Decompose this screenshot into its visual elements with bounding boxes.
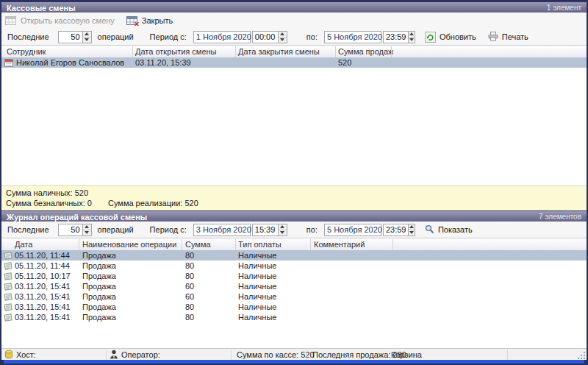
open-shift-label: Открыть кассовую смену <box>21 16 115 25</box>
column-header-date[interactable]: Дата <box>15 240 32 249</box>
journal-date: 05.11.20, 10:17 <box>15 271 71 281</box>
shift-open-date: 03.11.20, 15:39 <box>135 57 191 68</box>
journal-sum: 80 <box>185 302 194 312</box>
receipt-icon <box>4 251 12 260</box>
open-shift-button[interactable]: Открыть кассовую смену <box>5 16 115 26</box>
journal-payment: Наличные <box>238 302 276 312</box>
shifts-date-to-select[interactable]: 5 Ноября 2020 <box>324 31 381 43</box>
open-shift-icon <box>5 16 17 26</box>
shifts-date-from-select[interactable]: 1 Ноября 2020 <box>193 31 251 43</box>
spin-up-button[interactable] <box>279 32 287 37</box>
receipt-icon <box>4 282 12 291</box>
journal-payment: Наличные <box>238 312 276 322</box>
journal-count-spinner[interactable]: 50 <box>58 224 92 236</box>
column-header-sum[interactable]: Сумма <box>185 240 211 249</box>
journal-row[interactable]: 05.11.20, 10:17 Продажа 80 Наличные <box>1 271 587 281</box>
spin-up-button[interactable] <box>409 224 414 230</box>
spin-up-button[interactable] <box>83 224 91 230</box>
status-bar: Хост: Оператор: Сумма по кассе: 520 Посл… <box>1 348 587 361</box>
refresh-icon <box>425 32 436 43</box>
journal-row[interactable]: 03.11.20, 15:41 Продажа 80 Наличные <box>1 302 587 312</box>
journal-table-body: 05.11.20, 11:44 Продажа 80 Наличные 05.1… <box>1 250 587 322</box>
period-from-label: Период с: <box>150 32 187 41</box>
spin-down-button[interactable] <box>279 37 287 43</box>
journal-row[interactable]: 03.11.20, 15:41 Продажа 60 Наличные <box>1 291 587 302</box>
journal-date-to-select[interactable]: 5 Ноября 2020 <box>324 224 381 236</box>
refresh-button[interactable]: Обновить <box>425 32 476 43</box>
journal-time-to-value: 23:59 <box>384 224 409 235</box>
journal-date: 03.11.20, 15:41 <box>15 312 71 322</box>
shifts-summary-panel: Сумма наличных: 520 Сумма безналичных: 0… <box>1 185 587 211</box>
period-from-label: Период с: <box>150 225 187 234</box>
journal-date: 03.11.20, 15:41 <box>15 291 71 302</box>
spin-down-button[interactable] <box>409 37 414 43</box>
journal-time-from-value: 15:39 <box>253 224 278 235</box>
journal-row[interactable]: 05.11.20, 11:44 Продажа 80 Наличные <box>1 250 587 261</box>
resize-grip[interactable] <box>578 352 585 359</box>
search-icon <box>425 224 434 235</box>
spin-down-button[interactable] <box>83 37 91 43</box>
shifts-time-to-value: 23:59 <box>384 32 409 43</box>
spinner-arrows <box>82 224 91 235</box>
journal-operation: Продажа <box>82 302 116 312</box>
close-shift-label: Закрыть <box>142 16 173 25</box>
column-header-open-date[interactable]: Дата открытия смены <box>135 47 217 56</box>
to-label: по: <box>306 32 318 41</box>
spin-up-button[interactable] <box>279 224 287 230</box>
operations-label: операций <box>98 32 134 41</box>
shifts-count-spinner[interactable]: 50 <box>58 31 92 43</box>
column-header-comment[interactable]: Комментарий <box>314 240 365 249</box>
journal-date-from-select[interactable]: 3 Ноября 2020 <box>193 224 251 236</box>
print-button[interactable]: Печать <box>488 32 528 43</box>
journal-row[interactable]: 03.11.20, 15:41 Продажа 80 Наличные <box>1 312 587 322</box>
shifts-date-to-value: 5 Ноября 2020 <box>325 32 384 43</box>
refresh-label: Обновить <box>440 32 476 41</box>
shift-employee: Николай Егоров Саносвалов <box>16 57 124 68</box>
spin-up-button[interactable] <box>83 32 91 37</box>
column-header-employee[interactable]: Сотрудник <box>7 47 46 56</box>
shift-row[interactable]: Николай Егоров Саносвалов 03.11.20, 15:3… <box>1 57 587 68</box>
journal-date: 03.11.20, 15:41 <box>15 281 71 291</box>
journal-time-from-spinner[interactable]: 15:39 <box>252 224 287 236</box>
journal-date-to-value: 5 Ноября 2020 <box>325 224 384 235</box>
database-icon <box>4 350 14 359</box>
journal-operation: Продажа <box>82 312 116 322</box>
shifts-count-value: 50 <box>59 32 82 43</box>
shifts-time-to-spinner[interactable]: 23:59 <box>383 31 415 43</box>
journal-section-header: Журнал операций кассовой смены 7 элемент… <box>1 210 587 222</box>
journal-sum: 80 <box>185 271 194 281</box>
journal-date: 05.11.20, 11:44 <box>15 250 70 261</box>
summary-cash: Сумма наличных: 520 <box>6 188 88 197</box>
spinner-arrows <box>278 32 287 43</box>
column-header-close-date[interactable]: Дата закрытия смены <box>238 47 320 56</box>
journal-sum: 60 <box>185 281 194 291</box>
column-header-payment[interactable]: Тип оплаты <box>238 240 282 249</box>
last-label: Последние <box>7 225 49 234</box>
shifts-title: Кассовые смены <box>7 4 76 13</box>
status-host: Хост: <box>16 350 36 359</box>
shift-sales-sum: 520 <box>338 57 351 68</box>
journal-payment: Наличные <box>238 281 276 291</box>
journal-time-to-spinner[interactable]: 23:59 <box>383 224 415 236</box>
shifts-time-from-value: 00:00 <box>253 32 278 43</box>
close-shift-button[interactable]: ✕ Закрыть <box>126 16 173 26</box>
receipt-icon <box>4 292 12 301</box>
journal-date-from-value: 3 Ноября 2020 <box>194 224 254 235</box>
operator-icon <box>110 350 119 359</box>
spinner-arrows <box>408 32 414 43</box>
receipt-icon <box>4 261 12 270</box>
journal-row[interactable]: 03.11.20, 15:41 Продажа 60 Наличные <box>1 281 587 291</box>
shifts-time-from-spinner[interactable]: 00:00 <box>252 31 287 43</box>
journal-operation: Продажа <box>82 271 116 281</box>
journal-filterbar: Последние 50 операций Период с: 3 Ноября… <box>1 222 587 238</box>
spin-down-button[interactable] <box>83 230 91 235</box>
journal-operation: Продажа <box>82 250 116 261</box>
journal-sum: 80 <box>185 261 194 271</box>
spin-down-button[interactable] <box>409 230 414 235</box>
column-header-operation[interactable]: Наименование операции <box>82 240 176 249</box>
spin-up-button[interactable] <box>409 32 414 37</box>
journal-row[interactable]: 05.11.20, 11:44 Продажа 80 Наличные <box>1 261 587 271</box>
spin-down-button[interactable] <box>279 230 287 235</box>
column-header-sales[interactable]: Сумма продаж <box>338 47 393 56</box>
show-button[interactable]: Показать <box>425 224 473 235</box>
